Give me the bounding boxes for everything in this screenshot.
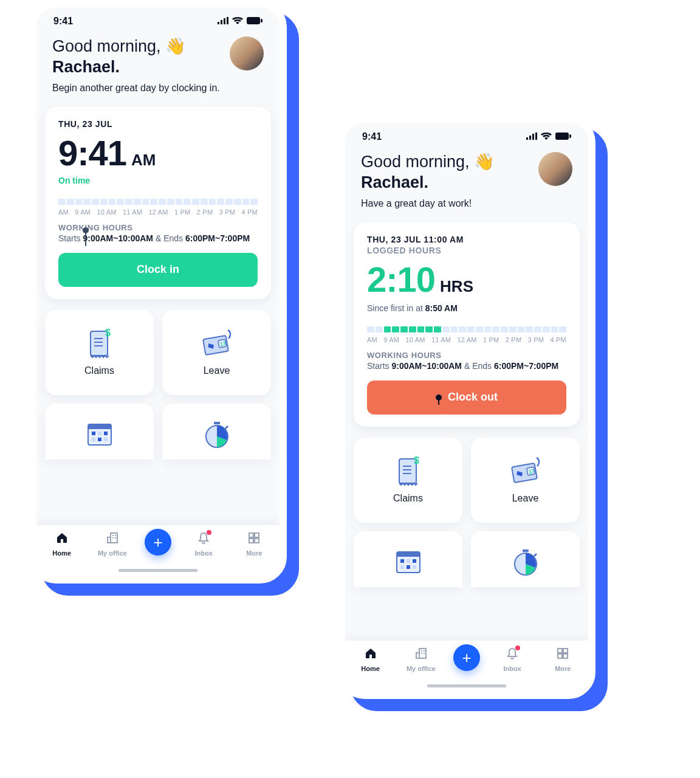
svg-rect-35 (255, 539, 259, 543)
svg-rect-40 (555, 133, 569, 140)
greeting-subtitle: Begin another great day by clocking in. (52, 83, 220, 94)
svg-text:17: 17 (219, 340, 227, 348)
time-suffix: AM (131, 151, 156, 170)
date-label: THU, 23 JUL 11:00 AM (367, 235, 566, 244)
date-label: THU, 23 JUL (58, 119, 258, 129)
svg-rect-5 (261, 19, 262, 22)
greeting-hello: Good morning, (52, 37, 161, 55)
phone-clock-out: 9:41 Good morning, 👋 Rachael. Have a gre… (338, 115, 595, 699)
svg-rect-65 (424, 650, 425, 652)
svg-rect-33 (255, 533, 259, 537)
fab-add-button[interactable]: + (145, 529, 171, 556)
svg-rect-19 (104, 432, 108, 435)
ticket-icon: 17 (508, 456, 543, 487)
svg-rect-34 (249, 539, 253, 543)
home-icon (364, 647, 377, 663)
wave-icon: 👋 (165, 37, 186, 55)
svg-rect-27 (108, 537, 111, 543)
working-hours-title: WORKING HOURS (367, 351, 566, 360)
tab-inbox[interactable]: Inbox (494, 647, 530, 672)
wave-icon: 👋 (474, 153, 495, 171)
svg-rect-3 (227, 17, 228, 24)
tab-home[interactable]: Home (44, 531, 80, 557)
logged-subtitle: LOGGED HOURS (367, 246, 566, 255)
fab-add-button[interactable]: + (453, 644, 480, 671)
svg-rect-32 (249, 533, 253, 537)
grid-icon (556, 647, 569, 663)
time-marker-icon (85, 230, 86, 246)
svg-rect-63 (416, 653, 419, 658)
svg-text:$: $ (105, 329, 111, 338)
receipt-icon: $ (391, 456, 426, 487)
phone-clock-in: 9:41 Good morning, 👋 Rachael. Begin anot… (29, 0, 287, 584)
hours-suffix: HRS (440, 277, 473, 296)
svg-rect-69 (563, 649, 568, 653)
stopwatch-icon (508, 547, 543, 577)
notification-dot-icon (207, 530, 211, 535)
stopwatch-icon (199, 419, 235, 450)
svg-rect-28 (112, 535, 114, 536)
svg-rect-53 (400, 559, 404, 563)
tile-claims[interactable]: $ Claims (45, 310, 154, 395)
greeting-title: Good morning, 👋 Rachael. (52, 36, 220, 78)
svg-rect-17 (92, 432, 95, 435)
svg-rect-38 (532, 134, 534, 140)
svg-rect-41 (569, 134, 571, 138)
current-time: 9:41 AM (58, 133, 258, 173)
greeting-block: Good morning, 👋 Rachael. Begin another g… (36, 30, 280, 103)
battery-icon (247, 16, 262, 27)
svg-rect-36 (526, 137, 528, 140)
svg-rect-18 (98, 432, 101, 435)
svg-rect-39 (535, 133, 537, 140)
since-label: Since first in at 8:50 AM (367, 303, 566, 313)
tiles-grid: $ Claims 17 Leave (45, 310, 271, 460)
ticket-icon: 17 (199, 329, 235, 359)
tab-more[interactable]: More (544, 647, 581, 672)
svg-rect-52 (397, 552, 420, 557)
svg-rect-57 (407, 565, 410, 569)
tile-leave[interactable]: 17 Leave (471, 438, 580, 523)
tab-inbox[interactable]: Inbox (185, 531, 222, 557)
svg-rect-20 (92, 438, 95, 441)
svg-rect-29 (115, 535, 116, 536)
tile-calendar[interactable] (354, 531, 462, 587)
avatar[interactable] (230, 36, 264, 71)
svg-rect-70 (558, 654, 562, 658)
svg-text:17: 17 (528, 468, 535, 475)
home-indicator (427, 684, 506, 687)
svg-rect-26 (111, 533, 117, 543)
tile-timer[interactable] (162, 404, 271, 460)
tab-more[interactable]: More (236, 531, 272, 557)
clock-in-button[interactable]: Clock in (58, 253, 258, 287)
working-hours-body: Starts 9:00AM~10:00AM & Ends 6:00PM~7:00… (367, 361, 566, 371)
tab-office[interactable]: My office (94, 531, 131, 557)
signal-icon (218, 16, 228, 27)
clock-out-button[interactable]: Clock out (367, 380, 566, 415)
status-icons (218, 16, 262, 27)
svg-rect-30 (112, 537, 114, 539)
timeline-ticks (58, 199, 258, 205)
tile-calendar[interactable] (45, 404, 154, 460)
pin-icon (436, 394, 442, 401)
greeting-name: Rachael. (52, 58, 120, 76)
time-number: 9:41 (58, 133, 126, 173)
hours-number: 2:10 (367, 259, 435, 300)
svg-rect-68 (558, 649, 562, 653)
logged-time: 2:10 HRS (367, 259, 566, 300)
greeting-name: Rachael. (361, 173, 428, 191)
tab-office[interactable]: My office (403, 647, 439, 672)
tile-timer[interactable] (471, 531, 580, 587)
status-time: 9:41 (53, 16, 73, 27)
tab-home[interactable]: Home (352, 647, 389, 672)
svg-text:$: $ (414, 456, 419, 466)
avatar[interactable] (538, 152, 572, 186)
tile-label: Leave (512, 493, 539, 504)
tile-label: Claims (393, 493, 423, 504)
bell-icon (506, 647, 519, 663)
tile-label: Leave (204, 365, 230, 376)
battery-icon (555, 131, 571, 142)
status-bar: 9:41 (36, 7, 280, 30)
tile-leave[interactable]: 17 Leave (162, 310, 271, 395)
greeting-block: Good morning, 👋 Rachael. Have a great da… (345, 146, 588, 219)
tile-claims[interactable]: $ Claims (354, 438, 462, 523)
